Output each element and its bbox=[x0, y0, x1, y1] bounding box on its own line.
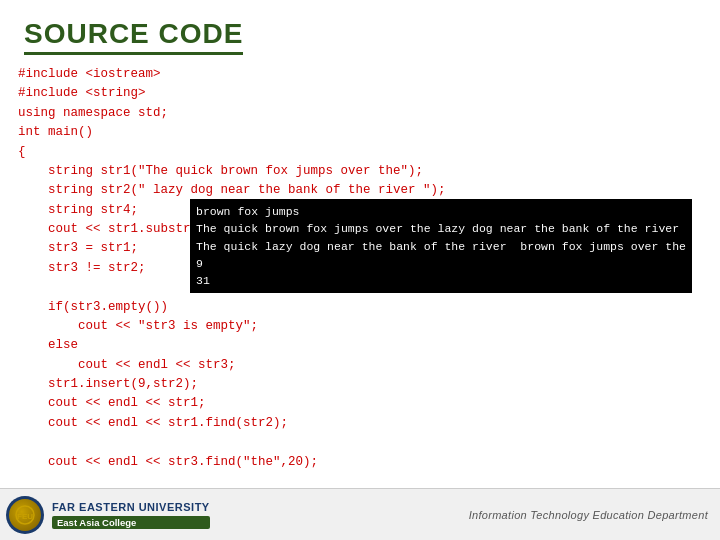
code-tooltip: brown fox jumps The quick brown fox jump… bbox=[190, 199, 692, 293]
logo-inner: FEU bbox=[9, 499, 41, 531]
code-line: cout << endl << str3.find("the",20); bbox=[18, 453, 702, 472]
footer: FEU FAR EASTERN UNIVERSITY East Asia Col… bbox=[0, 488, 720, 540]
code-line: int main() bbox=[18, 123, 702, 142]
code-line: str1.insert(9,str2); bbox=[18, 375, 702, 394]
code-line: if(str3.empty()) bbox=[18, 298, 702, 317]
code-line: string str1("The quick brown fox jumps o… bbox=[18, 162, 702, 181]
code-line: #include <iostream> bbox=[18, 65, 702, 84]
svg-text:FEU: FEU bbox=[17, 512, 33, 521]
code-line: using namespace std; bbox=[18, 104, 702, 123]
university-info: FAR EASTERN UNIVERSITY East Asia College bbox=[52, 500, 210, 528]
code-line: #include <string> bbox=[18, 84, 702, 103]
code-line: cout << endl << str1; bbox=[18, 394, 702, 413]
code-line: cout << "str3 is empty"; bbox=[18, 317, 702, 336]
code-line: string str2(" lazy dog near the bank of … bbox=[18, 181, 702, 200]
university-name: FAR EASTERN UNIVERSITY bbox=[52, 500, 210, 514]
header: SOURCE CODE bbox=[0, 0, 720, 61]
logo-emblem: FEU bbox=[14, 504, 36, 526]
page-title: SOURCE CODE bbox=[24, 18, 243, 55]
code-line: { bbox=[18, 143, 702, 162]
college-badge: East Asia College bbox=[52, 516, 210, 529]
code-area: #include <iostream> #include <string> us… bbox=[10, 61, 710, 540]
code-line: cout << endl << str3; bbox=[18, 356, 702, 375]
code-line: else bbox=[18, 336, 702, 355]
code-line: cout << endl << str1.find(str2); bbox=[18, 414, 702, 433]
code-line bbox=[18, 433, 702, 452]
footer-left: FEU FAR EASTERN UNIVERSITY East Asia Col… bbox=[6, 496, 210, 534]
university-logo: FEU bbox=[6, 496, 44, 534]
department-label: Information Technology Education Departm… bbox=[469, 509, 708, 521]
